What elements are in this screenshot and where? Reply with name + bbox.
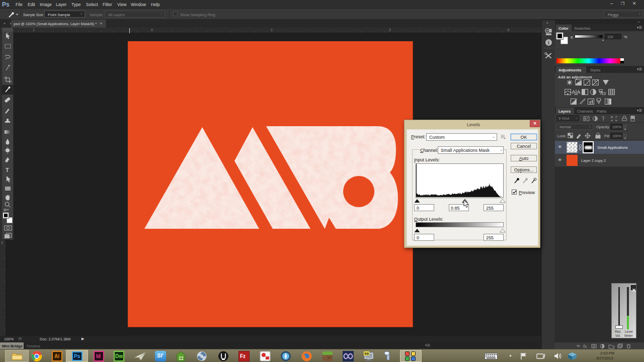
svg-text:i: i: [548, 40, 549, 45]
svg-text:99: 99: [364, 351, 369, 356]
svg-text:T: T: [6, 167, 9, 173]
svg-text:fx.: fx.: [583, 344, 588, 349]
svg-text:T: T: [602, 116, 605, 122]
